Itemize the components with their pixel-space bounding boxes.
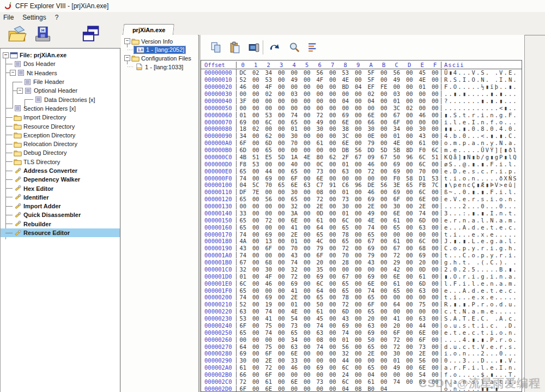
hex-byte-cell[interactable]: 00 <box>378 161 391 167</box>
hex-byte-cell[interactable]: 00 <box>313 98 326 104</box>
hex-byte-cell[interactable]: 52 <box>237 301 250 307</box>
hex-byte-cell[interactable]: 0C <box>313 161 326 167</box>
hex-byte-cell[interactable]: 00 <box>326 294 340 300</box>
hex-byte-cell[interactable]: 72 <box>390 343 403 350</box>
hex-byte-cell[interactable]: 33 <box>237 210 250 216</box>
hex-byte-cell[interactable]: 43 <box>365 259 378 266</box>
hex-byte-cell[interactable]: 04 <box>237 182 250 188</box>
hex-byte-cell[interactable]: 00 <box>429 280 442 287</box>
hex-byte-cell[interactable]: 43 <box>416 132 429 139</box>
hex-byte-cell[interactable]: 00 <box>403 132 416 139</box>
hex-byte-cell[interactable]: 00 <box>352 98 365 104</box>
hex-byte-cell[interactable]: 00 <box>275 385 288 392</box>
hex-byte-cell[interactable]: 00 <box>326 132 340 139</box>
hex-byte-cell[interactable]: 04 <box>352 83 365 90</box>
hex-byte-cell[interactable]: 00 <box>250 119 263 125</box>
hex-byte-cell[interactable]: 91 <box>326 182 340 188</box>
hex-row-bytes[interactable]: 6C00460069006C0065006E0061006D00 <box>237 280 441 287</box>
hex-byte-cell[interactable]: 00 <box>352 140 365 146</box>
hex-byte-cell[interactable]: 00 <box>403 112 416 118</box>
hex-byte-cell[interactable]: 65 <box>365 364 378 371</box>
hex-byte-cell[interactable]: 56 <box>313 69 326 76</box>
hex-byte-cell[interactable]: 00 <box>378 238 391 244</box>
hex-byte-cell[interactable]: 67 <box>378 154 391 160</box>
hex-byte-cell[interactable]: F0 <box>390 175 403 182</box>
hex-byte-cell[interactable]: 00 <box>301 69 314 76</box>
hex-byte-cell[interactable]: 38 <box>339 125 352 132</box>
hex-byte-cell[interactable]: 30 <box>365 125 378 132</box>
hex-byte-cell[interactable]: 00 <box>378 119 391 125</box>
hex-byte-cell[interactable]: 50 <box>313 301 326 307</box>
hex-byte-cell[interactable]: 00 <box>301 231 314 238</box>
hex-byte-cell[interactable]: 00 <box>301 301 314 307</box>
hex-byte-cell[interactable]: 00 <box>326 371 340 378</box>
hex-byte-cell[interactable]: 00 <box>288 105 301 111</box>
hex-byte-cell[interactable]: 00 <box>390 231 403 238</box>
hex-row-ascii[interactable]: f.o.....$.▮...T. <box>441 371 521 378</box>
hex-byte-cell[interactable]: 00 <box>275 98 288 104</box>
hex-byte-cell[interactable]: 69 <box>365 329 378 336</box>
hex-byte-cell[interactable]: 00 <box>352 76 365 83</box>
hex-byte-cell[interactable]: 00 <box>403 119 416 125</box>
hex-byte-cell[interactable]: 00 <box>352 364 365 371</box>
hex-byte-cell[interactable]: 56 <box>378 182 391 188</box>
hex-byte-cell[interactable]: 00 <box>262 252 275 258</box>
hex-byte-cell[interactable]: 00 <box>352 294 365 300</box>
hex-row-bytes[interactable]: 720061006E0073006C00610074006900 <box>237 378 441 385</box>
hex-byte-cell[interactable]: 6F <box>237 385 250 392</box>
hex-byte-cell[interactable]: 00 <box>429 132 442 139</box>
hex-byte-cell[interactable]: 5C <box>250 182 263 188</box>
hex-byte-cell[interactable]: 00 <box>429 112 442 118</box>
hex-byte-cell[interactable]: 00 <box>403 231 416 238</box>
hex-byte-cell[interactable]: 00 <box>301 217 314 224</box>
hex-byte-cell[interactable]: 2E <box>416 203 429 209</box>
hex-byte-cell[interactable]: 00 <box>365 357 378 364</box>
hex-byte-cell[interactable]: 00 <box>301 119 314 125</box>
hex-row-bytes[interactable]: 53004100540045004300200041006300 <box>237 315 441 322</box>
search-icon[interactable] <box>288 41 300 53</box>
hex-byte-cell[interactable]: DD <box>365 147 378 153</box>
hex-byte-cell[interactable]: 00 <box>288 371 301 378</box>
hex-row-ascii[interactable]: S.A.T.E.C. .A.c. <box>441 315 521 322</box>
hex-byte-cell[interactable]: 6E <box>288 350 301 357</box>
hex-byte-cell[interactable]: 35 <box>313 266 326 273</box>
hex-byte-cell[interactable]: 01 <box>339 336 352 343</box>
hex-byte-cell[interactable]: 00 <box>250 259 263 266</box>
hex-byte-cell[interactable]: 00 <box>429 196 442 202</box>
hex-byte-cell[interactable]: 00 <box>250 105 263 111</box>
tree-item-optional-header[interactable]: −Optional Header <box>1 86 120 95</box>
hex-byte-cell[interactable]: 32 <box>237 266 250 273</box>
hex-byte-cell[interactable]: 51 <box>250 154 263 160</box>
hex-byte-cell[interactable]: 00 <box>250 245 263 251</box>
hex-byte-cell[interactable]: 46 <box>365 161 378 167</box>
hex-byte-cell[interactable]: 00 <box>250 147 263 153</box>
hex-row-ascii[interactable]: a.r.F.i.l.e.I.n. <box>441 364 521 371</box>
hex-byte-cell[interactable]: 00 <box>250 315 263 322</box>
hex-row-bytes[interactable]: 6F007500730074006900630020004400 <box>237 322 441 329</box>
hex-byte-cell[interactable]: 6F <box>365 301 378 307</box>
hex-byte-cell[interactable]: 73 <box>416 343 429 350</box>
hex-byte-cell[interactable]: 61 <box>416 140 429 146</box>
hex-byte-cell[interactable]: 00 <box>352 217 365 224</box>
hex-byte-cell[interactable]: 00 <box>275 301 288 307</box>
hex-row-bytes[interactable]: 740069002E0065007800650000000000 <box>237 231 441 238</box>
tree-item-hex-editor[interactable]: Hex Editor <box>1 184 120 192</box>
hex-byte-cell[interactable]: 72 <box>365 168 378 174</box>
tree-item-exception-directory[interactable]: Exception Directory <box>1 131 120 140</box>
hex-byte-cell[interactable]: 00 <box>275 315 288 322</box>
hex-byte-cell[interactable]: 00 <box>326 273 340 280</box>
hex-row-bytes[interactable]: 740069006F006E0000000000F058D153 <box>237 175 441 182</box>
hex-row-bytes[interactable]: 520019000100500072006F0064007500 <box>237 301 441 307</box>
hex-row-bytes[interactable]: 650072006E0061006C004E0061006D00 <box>237 217 441 224</box>
fill-icon[interactable] <box>248 41 260 53</box>
hex-byte-cell[interactable]: 2F <box>339 154 352 160</box>
hex-byte-cell[interactable]: 49 <box>390 364 403 371</box>
hex-byte-cell[interactable]: 00 <box>275 245 288 251</box>
hex-byte-cell[interactable]: 4F <box>262 273 275 280</box>
hex-byte-cell[interactable]: 67 <box>339 273 352 280</box>
hex-byte-cell[interactable]: 6D <box>339 308 352 315</box>
hex-row-bytes[interactable]: 6500560065007200730069006F006E00 <box>237 196 441 202</box>
hex-byte-cell[interactable]: 00 <box>352 125 365 132</box>
hex-byte-cell[interactable]: 00 <box>352 357 365 364</box>
hex-byte-cell[interactable]: 00 <box>429 231 442 238</box>
